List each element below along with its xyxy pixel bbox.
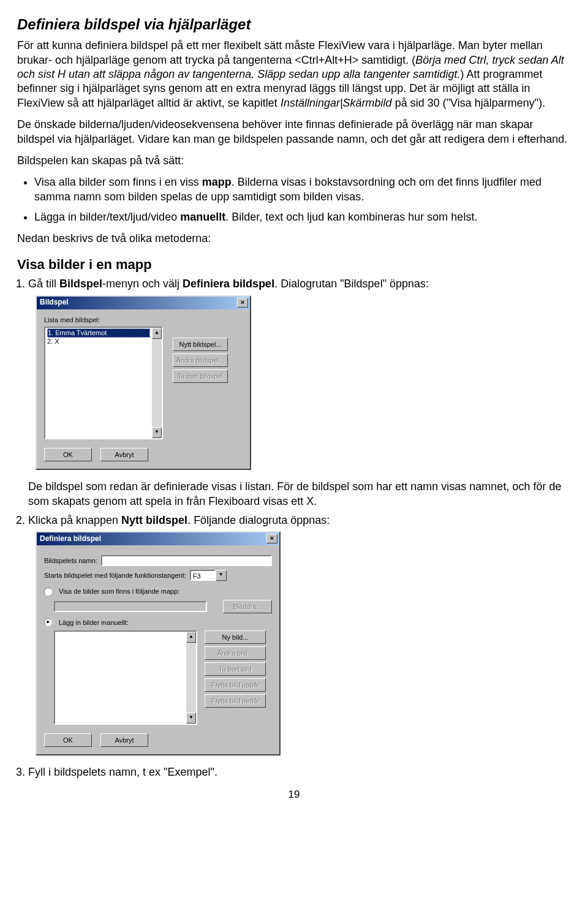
new-bildspel-button[interactable]: Nytt bildspel... bbox=[173, 338, 228, 351]
bullet2-a: Lägga in bilder/text/ljud/video bbox=[34, 211, 180, 223]
edit-image-button[interactable]: Ändra bild... bbox=[205, 646, 266, 660]
dialog-titlebar[interactable]: Definiera bildspel × bbox=[37, 532, 279, 545]
fkey-label: Starta bildspelet med följande funktions… bbox=[44, 571, 186, 580]
bullet1-a: Visa alla bilder som finns i en viss bbox=[34, 176, 202, 188]
bullet-1: Visa alla bilder som finns i en viss map… bbox=[34, 175, 571, 204]
step1-c: -menyn och välj bbox=[102, 278, 183, 290]
scroll-up-icon[interactable]: ▲ bbox=[186, 632, 196, 643]
step-2: Klicka på knappen Nytt bildspel. Följand… bbox=[28, 513, 571, 755]
cancel-button[interactable]: Avbryt bbox=[100, 733, 148, 747]
ok-button[interactable]: OK bbox=[44, 733, 92, 747]
bullet1-b: mapp bbox=[202, 176, 232, 188]
delete-bildspel-button[interactable]: Ta bort bildspel bbox=[173, 369, 228, 383]
step1-b: Bildspel bbox=[59, 278, 102, 290]
dialog-title: Definiera bildspel bbox=[40, 534, 101, 544]
after-dialog1-text: De bildspel som redan är definierade vis… bbox=[28, 480, 571, 509]
step1-e: . Dialogrutan "Bildspel" öppnas: bbox=[274, 278, 429, 290]
list-item[interactable]: 2. X bbox=[47, 338, 150, 346]
page-number: 19 bbox=[17, 788, 571, 801]
dialog-titlebar[interactable]: Bildspel × bbox=[37, 297, 250, 309]
close-icon[interactable]: × bbox=[266, 534, 277, 543]
move-down-button[interactable]: Flytta bild nedåt bbox=[205, 694, 266, 708]
delete-image-button[interactable]: Ta bort bild bbox=[205, 662, 266, 676]
scrollbar[interactable]: ▲ ▼ bbox=[186, 632, 196, 724]
paragraph-1: För att kunna definiera bildspel på ett … bbox=[17, 39, 571, 110]
scroll-up-icon[interactable]: ▲ bbox=[152, 328, 162, 339]
step-1: Gå till Bildspel-menyn och välj Definier… bbox=[28, 277, 571, 508]
close-icon[interactable]: × bbox=[237, 298, 248, 308]
paragraph-3: Bildspelen kan skapas på två sätt: bbox=[17, 154, 571, 168]
step-3: Fyll i bildspelets namn, t ex "Exempel". bbox=[28, 765, 571, 779]
folder-path-field bbox=[54, 601, 207, 612]
bullet-2: Lägga in bilder/text/ljud/video manuellt… bbox=[34, 210, 571, 224]
radio-folder-label: Visa de bilder som finns i följande mapp… bbox=[59, 587, 179, 596]
cancel-button[interactable]: Avbryt bbox=[100, 448, 148, 461]
dialog-definiera-bildspel: Definiera bildspel × Bildspelets namn: S… bbox=[36, 531, 281, 755]
step1-d: Definiera bildspel bbox=[183, 278, 274, 290]
bullet2-c: . Bilder, text och ljud kan kombineras h… bbox=[225, 211, 477, 223]
fkey-combobox[interactable]: F3 ▼ bbox=[190, 570, 227, 581]
name-field[interactable] bbox=[101, 555, 272, 566]
list-item[interactable]: 1. Emma Tvärtemot bbox=[47, 328, 150, 338]
radio-folder[interactable] bbox=[44, 588, 52, 596]
radio-manual-label: Lägg in bilder manuellt: bbox=[59, 618, 129, 627]
dialog-title: Bildspel bbox=[40, 298, 69, 308]
chevron-down-icon[interactable]: ▼ bbox=[216, 570, 227, 581]
radio-manual[interactable] bbox=[44, 618, 52, 626]
fkey-value: F3 bbox=[190, 570, 216, 581]
new-image-button[interactable]: Ny bild... bbox=[205, 630, 266, 644]
heading-visa-bilder: Visa bilder i en mapp bbox=[17, 256, 571, 274]
dialog-bildspel: Bildspel × Lista med bildspel: 1. Emma T… bbox=[36, 295, 251, 470]
paragraph-4: Nedan beskrivs de två olika metoderna: bbox=[17, 232, 571, 246]
list-label: Lista med bildspel: bbox=[44, 316, 243, 324]
page-title: Definiera bildspel via hjälparläget bbox=[17, 15, 571, 34]
name-label: Bildspelets namn: bbox=[44, 556, 97, 565]
paragraph-2: De önskade bilderna/ljuden/videosekvense… bbox=[17, 118, 571, 146]
step2-a: Klicka på knappen bbox=[28, 514, 121, 526]
edit-bildspel-button[interactable]: Ändra bildspel... bbox=[173, 354, 228, 367]
para1-ref: Inställningar|Skärmbild bbox=[281, 97, 392, 109]
scroll-down-icon[interactable]: ▼ bbox=[186, 713, 196, 724]
browse-button[interactable]: Bläddra... bbox=[223, 600, 272, 613]
manual-listbox[interactable]: ▲ ▼ bbox=[54, 630, 197, 725]
ok-button[interactable]: OK bbox=[44, 448, 92, 461]
step2-c: . Följande dialogruta öppnas: bbox=[187, 514, 330, 526]
scroll-down-icon[interactable]: ▼ bbox=[152, 427, 162, 438]
step1-a: Gå till bbox=[28, 278, 59, 290]
bullet2-b: manuellt bbox=[180, 211, 225, 223]
move-up-button[interactable]: Flytta bild uppåt bbox=[205, 678, 266, 692]
para1-d: på sid 30 ("Visa hjälparmeny"). bbox=[392, 97, 546, 109]
bildspel-listbox[interactable]: 1. Emma Tvärtemot 2. X ▲ ▼ bbox=[44, 327, 163, 439]
step2-b: Nytt bildspel bbox=[121, 514, 187, 526]
scrollbar[interactable]: ▲ ▼ bbox=[152, 328, 162, 438]
